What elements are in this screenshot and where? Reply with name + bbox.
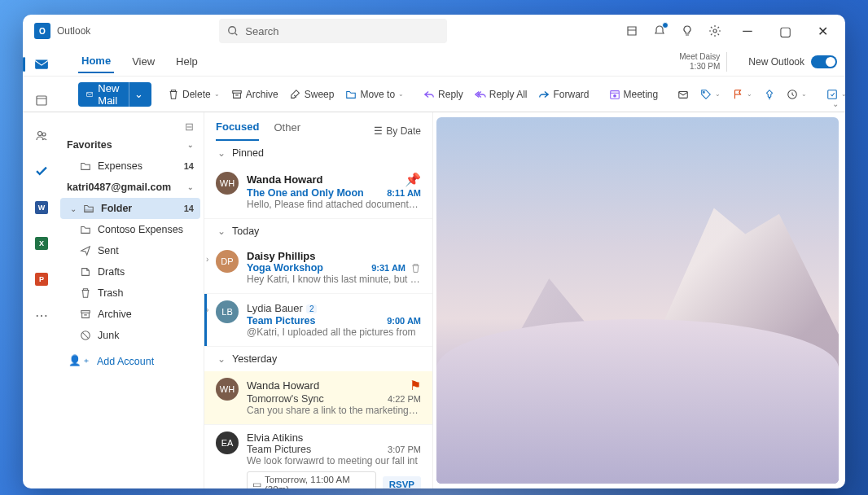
nav-favorites[interactable]: Favorites⌄ [60, 134, 200, 156]
reply-icon [423, 89, 435, 100]
group-today[interactable]: Today [204, 219, 432, 243]
folder-icon [345, 89, 357, 100]
meeting-name: Meet Daisy [679, 52, 720, 62]
search-input[interactable]: Search [219, 19, 447, 43]
rail-people[interactable] [31, 125, 52, 147]
tab-other[interactable]: Other [274, 121, 300, 140]
svg-rect-22 [81, 311, 90, 313]
message-item[interactable]: WH Wanda Howard📌 The One and Only Moon8:… [204, 165, 432, 219]
rail-excel[interactable]: X [31, 233, 52, 254]
meeting-time: 1:30 PM [679, 62, 720, 72]
svg-point-0 [229, 27, 236, 34]
settings-icon[interactable] [708, 24, 721, 37]
reply-button[interactable]: Reply [420, 85, 467, 103]
move-to-button[interactable]: Move to⌄ [342, 85, 407, 103]
archive-button[interactable]: Archive [228, 85, 282, 103]
svg-rect-8 [87, 92, 93, 96]
notification-badge [662, 22, 669, 28]
folder-nav: ⊟ Favorites⌄ Expenses14 katri0487@gmail.… [60, 112, 204, 488]
clock-icon [787, 89, 798, 100]
search-placeholder: Search [245, 25, 278, 37]
new-mail-button[interactable]: New Mail ⌄ [78, 82, 151, 107]
sent-icon [80, 245, 91, 256]
maximize-button[interactable]: ▢ [774, 20, 796, 42]
svg-rect-9 [232, 90, 241, 93]
message-item[interactable]: › DP Daisy Phillips Yoga Workshop9:31 AM… [204, 243, 432, 294]
new-mail-label: New Mail [98, 82, 124, 107]
rail-powerpoint[interactable]: P [31, 269, 52, 290]
trash-icon [168, 89, 179, 100]
notifications-icon[interactable] [653, 24, 666, 37]
ribbon-expand[interactable]: ⌄ [832, 99, 839, 108]
reading-pane [433, 112, 845, 488]
group-pinned[interactable]: Pinned [204, 141, 432, 165]
nav-drafts[interactable]: Drafts [60, 261, 200, 283]
pin-icon[interactable]: 📌 [405, 172, 421, 187]
categorize-button[interactable]: ⌄ [697, 85, 724, 103]
nav-folder[interactable]: ⌄ Folder14 [60, 198, 200, 219]
tab-focused[interactable]: Focused [216, 120, 259, 141]
sweep-button[interactable]: Sweep [287, 85, 338, 103]
quick-steps-icon [826, 89, 838, 100]
minimize-button[interactable]: ─ [736, 20, 759, 42]
message-item[interactable]: › LB Lydia Bauer2 Team Pictures9:00 AM @… [204, 294, 432, 347]
toggle-switch[interactable] [811, 55, 837, 68]
menu-view[interactable]: View [129, 50, 158, 72]
svg-rect-21 [85, 209, 94, 212]
nav-expenses[interactable]: Expenses14 [60, 156, 200, 177]
nav-account[interactable]: katri0487@gmail.com⌄ [60, 177, 200, 198]
snooze-button[interactable]: ⌄ [783, 85, 810, 103]
rail-todo[interactable] [31, 161, 52, 182]
nav-archive[interactable]: Archive [60, 304, 200, 325]
thread-count-badge: 2 [306, 304, 318, 313]
menu-help[interactable]: Help [173, 50, 201, 72]
svg-point-14 [704, 91, 705, 93]
filter-button[interactable]: ☰By Date [374, 125, 421, 137]
tips-icon[interactable] [681, 24, 694, 37]
menu-home[interactable]: Home [78, 50, 114, 73]
thread-expand-icon[interactable]: › [206, 305, 208, 314]
nav-junk[interactable]: Junk [60, 325, 200, 346]
add-account-button[interactable]: 👤﹢Add Account [60, 346, 200, 373]
delete-icon[interactable] [410, 263, 421, 274]
archive-icon [231, 89, 243, 100]
thread-expand-icon[interactable]: › [206, 255, 208, 264]
reading-pane-background [436, 117, 839, 484]
ribbon-mode-icon[interactable] [625, 24, 638, 37]
envelope-icon [677, 89, 689, 100]
nav-contoso[interactable]: Contoso Expenses [60, 219, 200, 240]
forward-icon [538, 89, 550, 100]
message-item[interactable]: EA Elvia Atikins Team Pictures3:07 PM We… [204, 425, 432, 488]
forward-button[interactable]: Forward [535, 85, 592, 103]
avatar: WH [216, 378, 239, 401]
meeting-button[interactable]: Meeting [606, 85, 662, 103]
ribbon: New Mail ⌄ Delete⌄ Archive Sweep Move to… [23, 77, 845, 112]
trash-icon [80, 287, 91, 299]
avatar: LB [216, 300, 239, 323]
pin-button[interactable] [761, 85, 778, 103]
next-meeting[interactable]: Meet Daisy 1:30 PM [679, 52, 727, 72]
group-yesterday[interactable]: Yesterday [204, 347, 432, 371]
rail-more[interactable]: ⋯ [31, 304, 52, 326]
event-time: ▭Tomorrow, 11:00 AM (30m) [247, 471, 376, 488]
rail-word[interactable]: W [31, 197, 52, 218]
flag-button[interactable]: ⌄ [729, 85, 756, 103]
reply-all-button[interactable]: Reply All [471, 85, 531, 103]
archive-icon [80, 309, 91, 320]
new-outlook-toggle[interactable]: New Outlook [742, 55, 837, 68]
nav-collapse-icon[interactable]: ⊟ [60, 119, 200, 134]
selection-indicator [204, 294, 207, 346]
message-item[interactable]: WH Wanda Howard⚑ Tomorrow's Sync4:22 PM … [204, 371, 432, 425]
app-name: Outlook [57, 25, 90, 37]
rsvp-button[interactable]: RSVP [383, 476, 421, 488]
message-list: Focused Other ☰By Date Pinned WH Wanda H… [204, 112, 433, 488]
nav-sent[interactable]: Sent [60, 240, 200, 261]
mail-icon [86, 89, 93, 100]
flag-icon[interactable]: ⚑ [410, 378, 421, 393]
close-button[interactable]: ✕ [811, 20, 834, 42]
new-mail-dropdown[interactable]: ⌄ [129, 82, 148, 107]
app-rail: W X P ⋯ [23, 47, 60, 488]
nav-trash[interactable]: Trash [60, 283, 200, 304]
delete-button[interactable]: Delete⌄ [164, 85, 223, 103]
read-unread-button[interactable] [674, 85, 692, 103]
